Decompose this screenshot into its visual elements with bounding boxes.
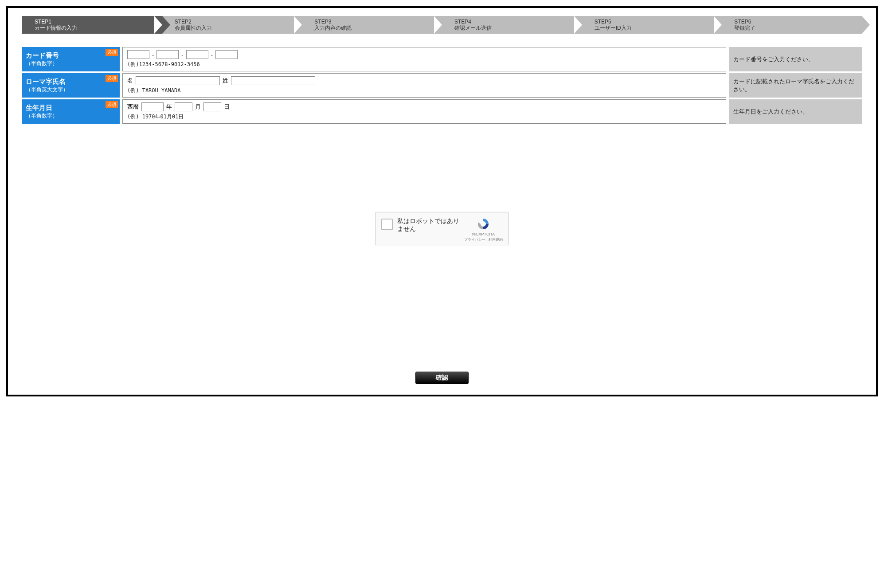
label-sub: （半角数字） <box>26 112 116 120</box>
step-label-line2: ユーザーID入力 <box>595 25 632 31</box>
required-badge: 必須 <box>106 101 118 108</box>
dob-day-input[interactable] <box>203 102 221 111</box>
label-sub: （半角数字） <box>26 60 116 67</box>
step-label-line2: カード情報の入力 <box>35 25 77 31</box>
recaptcha-privacy-link[interactable]: プライバシー <box>464 238 485 242</box>
label-main: 生年月日 <box>26 104 116 112</box>
chevron-right-icon <box>442 16 450 34</box>
chevron-left-icon <box>714 16 722 34</box>
recaptcha-widget: 私はロボットではありません reCAPTCHA プライバシー - 利用規約 <box>376 212 508 245</box>
step-6: STEP6 登録完了 <box>722 16 862 34</box>
label-cell-card: カード番号 （半角数字） 必須 <box>22 47 120 71</box>
chevron-left-icon <box>574 16 582 34</box>
recaptcha-icon <box>476 217 490 231</box>
input-cell-card: - - - (例)1234-5678-9012-3456 <box>122 47 726 71</box>
chevron-left-icon <box>294 16 302 34</box>
hint-dob: 生年月日をご入力ください。 <box>729 99 862 124</box>
dob-example: (例) 1970年01月01日 <box>127 113 721 121</box>
required-badge: 必須 <box>106 49 118 56</box>
input-cell-dob: 西暦 年 月 日 (例) 1970年01月01日 <box>122 99 726 124</box>
recaptcha-brand-text: reCAPTCHA <box>464 232 503 236</box>
card-segment-2[interactable] <box>156 50 179 59</box>
year-suffix: 年 <box>166 103 172 111</box>
label-main: カード番号 <box>26 51 116 60</box>
step-3: STEP3 入力内容の確認 <box>302 16 442 34</box>
card-segment-3[interactable] <box>186 50 208 59</box>
step-4: STEP4 確認メール送信 <box>442 16 582 34</box>
row-card-number: カード番号 （半角数字） 必須 - - - (例)1234-5678-9012-… <box>22 47 862 71</box>
form-frame: STEP1 カード情報の入力 STEP2 会員属性の入力 STEP3 入力内容の… <box>6 6 878 396</box>
chevron-left-icon <box>154 16 162 34</box>
step-label-line1: STEP3 <box>314 19 352 25</box>
dob-year-input[interactable] <box>141 102 164 111</box>
chevron-right-icon <box>302 16 310 34</box>
era-label: 西暦 <box>127 103 139 111</box>
dob-input-line: 西暦 年 月 日 <box>127 102 721 111</box>
first-name-input[interactable] <box>136 76 220 85</box>
recaptcha-checkbox[interactable] <box>381 219 393 230</box>
card-example: (例)1234-5678-9012-3456 <box>127 61 721 68</box>
step-1: STEP1 カード情報の入力 <box>22 16 162 34</box>
chevron-left-icon <box>434 16 442 34</box>
step-label-line1: STEP4 <box>454 19 492 25</box>
day-suffix: 日 <box>224 103 230 111</box>
chevron-right-icon <box>582 16 590 34</box>
last-name-label: 姓 <box>223 77 228 85</box>
name-example: (例) TAROU YAMADA <box>127 87 721 94</box>
card-input-line: - - - <box>127 50 721 59</box>
step-label-line2: 登録完了 <box>734 25 755 31</box>
recaptcha-label: 私はロボットではありません <box>397 217 460 233</box>
step-label-line2: 確認メール送信 <box>454 25 492 31</box>
progress-stepper: STEP1 カード情報の入力 STEP2 会員属性の入力 STEP3 入力内容の… <box>22 16 862 34</box>
month-suffix: 月 <box>195 103 201 111</box>
step-label-line1: STEP2 <box>175 19 212 25</box>
chevron-left-icon <box>14 16 22 34</box>
dob-month-input[interactable] <box>175 102 192 111</box>
recaptcha-links: プライバシー - 利用規約 <box>464 237 503 242</box>
input-cell-name: 名 姓 (例) TAROU YAMADA <box>122 73 726 98</box>
label-cell-name: ローマ字氏名 （半角英大文字） 必須 <box>22 73 120 98</box>
required-badge: 必須 <box>106 75 118 82</box>
recaptcha-terms-link[interactable]: 利用規約 <box>489 238 503 242</box>
card-segment-1[interactable] <box>127 50 149 59</box>
step-label-line1: STEP5 <box>595 19 632 25</box>
label-main: ローマ字氏名 <box>26 78 116 86</box>
card-segment-4[interactable] <box>215 50 238 59</box>
first-name-label: 名 <box>127 77 133 85</box>
recaptcha-branding: reCAPTCHA プライバシー - 利用規約 <box>464 217 503 242</box>
recaptcha-separator: - <box>485 238 489 242</box>
step-label-line1: STEP1 <box>35 19 77 25</box>
last-name-input[interactable] <box>231 76 315 85</box>
step-label-line2: 入力内容の確認 <box>314 25 352 31</box>
card-separator: - <box>211 51 213 58</box>
label-cell-dob: 生年月日 （半角数字） 必須 <box>22 99 120 124</box>
step-label-line1: STEP6 <box>734 19 755 25</box>
step-5: STEP5 ユーザーID入力 <box>582 16 722 34</box>
row-roman-name: ローマ字氏名 （半角英大文字） 必須 名 姓 (例) TAROU YAMADA … <box>22 73 862 98</box>
hint-card: カード番号をご入力ください。 <box>729 47 862 71</box>
confirm-button[interactable]: 確認 <box>415 372 469 384</box>
step-label-line2: 会員属性の入力 <box>175 25 212 31</box>
card-separator: - <box>181 51 183 58</box>
form-table: カード番号 （半角数字） 必須 - - - (例)1234-5678-9012-… <box>22 47 862 124</box>
name-input-line: 名 姓 <box>127 76 721 85</box>
chevron-right-icon <box>162 16 170 34</box>
chevron-right-icon <box>862 16 870 34</box>
step-2: STEP2 会員属性の入力 <box>162 16 302 34</box>
hint-name: カードに記載されたローマ字氏名をご入力ください。 <box>729 73 862 98</box>
chevron-right-icon <box>722 16 730 34</box>
label-sub: （半角英大文字） <box>26 86 116 94</box>
row-dob: 生年月日 （半角数字） 必須 西暦 年 月 日 (例) 1970年01月01日 … <box>22 99 862 124</box>
card-separator: - <box>152 51 154 58</box>
